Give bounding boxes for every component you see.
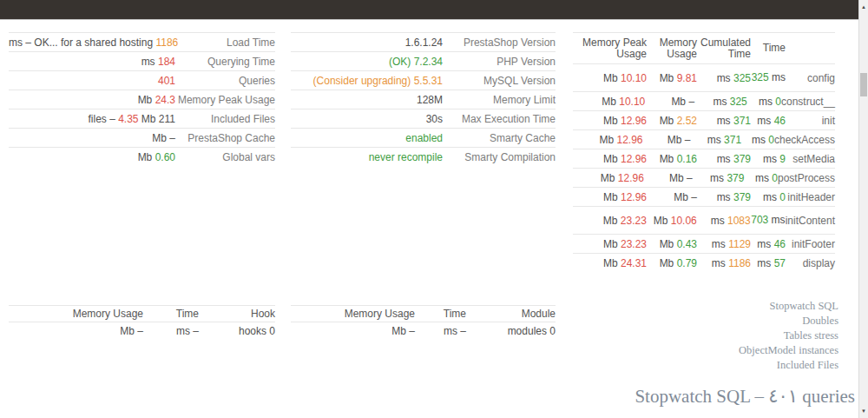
table-row: Mb 0.60 Global vars <box>9 147 275 166</box>
stage-time: 325 ms <box>751 72 786 83</box>
highlighted-value: 12.96 <box>621 115 647 127</box>
stage-time: ms 46 <box>751 115 786 127</box>
stages-header-row: Memory Peak Usage Memory Usage Cumulated… <box>573 32 835 63</box>
stage-row: Mb 12.96 Mb 0.16 ms 379 ms 9 setMedia <box>573 149 835 168</box>
summary-table: ms – OK... for a shared hosting 1186 Loa… <box>9 32 275 166</box>
stage-usage: Mb – <box>644 172 693 184</box>
summary-value: 401 <box>9 75 175 87</box>
table-row: (OK) 7.2.34 PHP Version <box>291 51 556 70</box>
highlighted-value: 46 <box>774 238 786 250</box>
env-value: 1.6.1.24 <box>291 36 443 49</box>
stage-peak: Mb 23.23 <box>573 215 647 227</box>
table-row: 401 Queries <box>9 70 275 90</box>
summary-value: ms 184 <box>9 56 175 68</box>
stage-usage: Mb 2.52 <box>647 115 697 127</box>
env-label: PHP Version <box>443 56 556 68</box>
scrollbar-thumb[interactable] <box>860 73 867 96</box>
link-doubles[interactable]: Doubles <box>739 314 838 328</box>
summary-value: Mb – <box>9 132 175 144</box>
highlighted-value: 9 <box>779 153 786 165</box>
table-row: 30s Max Execution Time <box>291 109 556 128</box>
debug-toolbar <box>0 0 859 20</box>
modules-count-value: modules 0 <box>466 325 556 337</box>
env-value: never recompile <box>291 151 443 163</box>
modules-header-row: Memory Usage Time Module <box>291 305 556 322</box>
stage-name: config <box>786 72 835 84</box>
highlighted-value: 12.96 <box>616 134 642 146</box>
table-row: 1.6.1.24 PrestaShop Version <box>291 32 556 51</box>
header-time: Time <box>415 308 466 320</box>
highlighted-value: 23.23 <box>621 238 647 250</box>
stage-peak: Mb 24.31 <box>573 257 647 269</box>
highlighted-value: 12.96 <box>621 191 647 203</box>
stage-usage: Mb 0.79 <box>647 257 697 269</box>
header-memory-usage: Memory Usage <box>291 308 415 320</box>
table-row: (Consider upgrading) 5.5.31 MySQL Versio… <box>291 70 556 90</box>
summary-label: Queries <box>175 75 275 87</box>
highlighted-value: 0.60 <box>155 151 175 163</box>
highlighted-value: 401 <box>158 75 175 87</box>
link-included-files[interactable]: Included Files <box>739 358 838 373</box>
highlighted-value: 24.3 <box>155 94 175 106</box>
scroll-down-icon[interactable]: ▼ <box>859 404 868 418</box>
link-stopwatch-sql[interactable]: Stopwatch SQL <box>739 299 838 314</box>
link-tables-stress[interactable]: Tables stress <box>739 328 838 343</box>
env-value: (Consider upgrading) 5.5.31 <box>291 75 443 87</box>
header-memory-peak-usage: Memory Peak Usage <box>573 37 647 60</box>
table-row: ms 184 Querying Time <box>9 51 275 70</box>
env-value: enabled <box>291 132 443 144</box>
link-objectmodel-instances[interactable]: ObjectModel instances <box>739 343 838 358</box>
stage-time: 703 ms <box>751 215 786 226</box>
stage-cumulated: ms 379 <box>697 153 751 165</box>
stage-row: Mb 10.10 Mb 9.81 ms 325 325 ms config <box>573 63 835 91</box>
env-label: PrestaShop Version <box>443 36 556 49</box>
highlighted-value: never recompile <box>369 151 443 163</box>
highlighted-value: 46 <box>774 115 786 127</box>
stage-time: ms 0 <box>747 96 781 108</box>
hooks-time-value: ms – <box>143 325 199 337</box>
hooks-table: Memory Usage Time Hook Mb – ms – hooks 0 <box>9 305 275 340</box>
stage-name: construct__ <box>781 96 835 108</box>
env-value: 128M <box>291 94 443 106</box>
highlighted-value: (Consider upgrading) 5.5.31 <box>313 75 443 87</box>
highlighted-value: 2.52 <box>677 115 697 127</box>
stage-peak: Mb 10.10 <box>573 96 645 108</box>
vertical-scrollbar[interactable]: ▲ ▼ <box>858 0 868 418</box>
table-row: Mb – PrestaShop Cache <box>9 128 275 147</box>
modules-table: Memory Usage Time Module Mb – ms – modul… <box>291 305 556 340</box>
stage-usage: Mb – <box>645 96 694 108</box>
scroll-up-icon[interactable]: ▲ <box>859 0 868 14</box>
stage-time: ms 0 <box>744 172 778 184</box>
table-row: Mb 24.3 Memory Peak Usage <box>9 90 275 109</box>
stage-time: ms 46 <box>751 238 786 250</box>
header-time: Time <box>143 308 199 320</box>
highlighted-value: 0.79 <box>677 257 697 269</box>
stage-peak: Mb 12.96 <box>573 172 644 184</box>
summary-label: PrestaShop Cache <box>175 132 275 144</box>
highlighted-value: 10.10 <box>621 72 647 84</box>
header-time: Time <box>751 43 786 54</box>
stage-row: Mb 23.23 Mb 0.43 ms 1129 ms 46 initFoote… <box>573 234 835 253</box>
highlighted-value: 10.06 <box>671 215 697 227</box>
env-value: (OK) 7.2.34 <box>291 56 443 68</box>
stage-name: init <box>786 115 835 127</box>
env-value: 30s <box>291 113 443 125</box>
stage-cumulated: ms 1186 <box>697 257 751 269</box>
table-row: never recompile Smarty Compilation <box>291 147 556 166</box>
highlighted-value: 325 <box>752 71 769 83</box>
stage-name: checkAccess <box>774 134 835 146</box>
header-memory-usage: Memory Usage <box>9 308 143 320</box>
summary-value: ms – OK... for a shared hosting 1186 <box>9 36 175 49</box>
header-module: Module <box>466 308 556 320</box>
summary-value: files – 4.35 Mb 211 <box>9 113 175 125</box>
stopwatch-sql-heading: Stopwatch SQL – ٤٠١ queries <box>635 386 855 408</box>
highlighted-value: 0 <box>768 134 774 146</box>
env-label: MySQL Version <box>443 75 556 87</box>
stage-peak: Mb 23.23 <box>573 238 647 250</box>
stage-cumulated: ms 379 <box>697 191 751 203</box>
table-row: 128M Memory Limit <box>291 90 556 109</box>
stage-name: initContent <box>786 215 835 227</box>
stage-cumulated: ms 325 <box>697 72 751 84</box>
summary-label: Load Time <box>175 36 275 49</box>
stages-table: Memory Peak Usage Memory Usage Cumulated… <box>573 32 835 272</box>
